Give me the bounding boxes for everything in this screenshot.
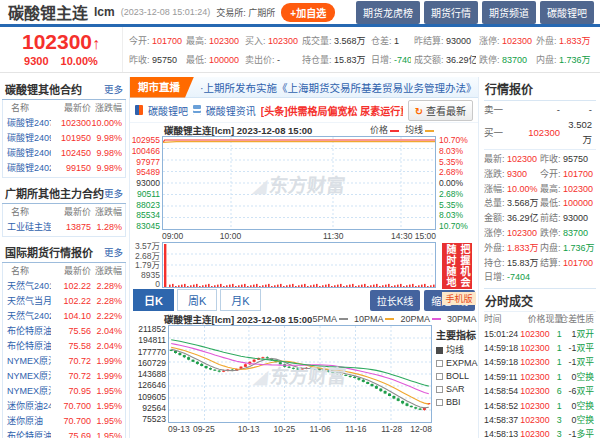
contract-row[interactable]: NYMEX原油240170.721.99%	[5, 354, 123, 369]
kline-zoom-button[interactable]: 拉长K线	[370, 290, 421, 311]
intraday-volume-plot[interactable]	[162, 242, 436, 288]
contract-row[interactable]: 迷你原油240170.7001.95%	[5, 399, 123, 414]
checkbox-icon[interactable]	[436, 399, 443, 406]
indicator-option[interactable]: SAR	[436, 383, 478, 396]
live-tab[interactable]: 期市直播	[130, 77, 194, 98]
quote-stat-cell: 最新: 102300	[484, 152, 540, 167]
contract-row[interactable]: NYMEX原油240270.951.95%	[5, 384, 123, 399]
top-headline[interactable]: [头条]供需格局偏宽松 尿素运行重心持稳	[261, 103, 403, 118]
stat-cell: 日增: -7404	[371, 51, 411, 70]
contract-row[interactable]: 碳酸锂240710230010.00%	[5, 116, 123, 131]
contract-row[interactable]: NYMEX原油70.721.99%	[5, 369, 123, 384]
more-link[interactable]: 更多	[104, 82, 123, 96]
quote-stat-cell: 前结: 93000	[540, 211, 596, 226]
kline-plot[interactable]: 东方财富	[168, 325, 432, 423]
contract-row[interactable]: 布伦特原油240375.691.95%	[5, 429, 123, 438]
tick-table-header: 时间 价格 现量 仓差 性质	[484, 312, 596, 326]
header-nav-button[interactable]: 期货频道	[482, 1, 536, 24]
kline-chart[interactable]: 碳酸锂主连[lcm] 2023-12-08 15:00 5PMA10PMA20P…	[130, 312, 478, 435]
checkbox-icon[interactable]	[436, 386, 443, 393]
kline-y-axis: 2118521948111777701607291436881266461096…	[130, 325, 168, 423]
indicator-option[interactable]: 均线	[436, 344, 478, 357]
add-watchlist-button[interactable]: +加自选	[281, 3, 335, 22]
header-nav-button[interactable]: 期货龙虎榜	[356, 1, 420, 24]
info-link[interactable]: 碳酸锂资讯	[206, 103, 256, 118]
header-nav-button[interactable]: 碳酸锂吧	[540, 1, 594, 24]
section-other-contracts: 碳酸锂其他合约 更多 名称最新价涨跌幅 碳酸锂240710230010.00%碳…	[2, 79, 126, 178]
checkbox-icon[interactable]	[436, 373, 443, 380]
forum-icon	[135, 105, 143, 115]
tick-row: 14:59:1110230010空换	[484, 370, 596, 384]
quote-stats: 今开: 101700最高: 102300买入: 102300成交量: 3.568…	[123, 29, 600, 70]
ad-slogan: 随时随地把握机会	[442, 243, 472, 289]
news-headline-link[interactable]: ·上期所发布实施《上海期货交易所基差贸易业务管理办法》	[200, 80, 477, 95]
contract-row[interactable]: 布伦特原油当…75.582.04%	[5, 339, 123, 354]
checkbox-icon[interactable]	[436, 360, 443, 367]
contract-row[interactable]: 天然气2402104.102.22%	[5, 309, 123, 324]
indicator-panel: 主要指标 均线EXPMABOLLSARBBI	[432, 325, 478, 423]
more-link[interactable]: 更多	[104, 186, 123, 200]
checkbox-icon[interactable]	[436, 347, 443, 354]
stat-cell: 外盘: 1.833万	[536, 32, 596, 51]
contract-row[interactable]: 布伦特原油240275.562.04%	[5, 324, 123, 339]
volume-y-axis: 3.57万2.68万1.79万89350	[130, 242, 162, 288]
kline-chart-title: 碳酸锂主连[lcm] 2023-12-08 15:00	[164, 312, 312, 326]
quote-stat-cell: 涨停: 102300	[484, 226, 540, 241]
tick-row: 15:01:2410230011双开	[484, 327, 596, 341]
tick-row: 14:58:3710230030空换	[484, 413, 596, 427]
quote-stat-cell: 最高: 102300	[540, 182, 596, 197]
quote-stat-cell: 跌停: 83700	[540, 226, 596, 241]
quote-stat-cell: 金额: 36.29亿	[484, 211, 540, 226]
section-title: 广期所其他主力合约	[5, 185, 104, 201]
sidebar: 碳酸锂其他合约 更多 名称最新价涨跌幅 碳酸锂240710230010.00%碳…	[0, 77, 130, 438]
ad-app-label: 手机版	[442, 292, 476, 305]
tick-row: 14:58:541023006-6双平	[484, 384, 596, 398]
live-news-bar: 期市直播 ·上期所发布实施《上海期货交易所基差贸易业务管理办法》	[130, 77, 478, 98]
indicator-option[interactable]: BBI	[436, 396, 478, 409]
stat-cell: 成交量: 3.568万	[302, 32, 368, 51]
price-change-pct: 10.00%	[61, 55, 98, 67]
up-arrow-icon: ↑	[92, 35, 100, 52]
contract-row[interactable]: 碳酸锂2402991509.98%	[5, 161, 123, 176]
kline-period-tab[interactable]: 日K	[133, 289, 174, 311]
indicator-option[interactable]: BOLL	[436, 370, 478, 383]
contract-row[interactable]: 天然气当月连续102.222.28%	[5, 294, 123, 309]
more-link[interactable]: 更多	[104, 245, 123, 259]
sub-bar: 碳酸锂吧 碳酸锂资讯 [头条]供需格局偏宽松 尿素运行重心持稳 ↻ 查看最新	[130, 98, 478, 123]
depth-row: 卖一--	[484, 102, 596, 117]
kline-period-tab[interactable]: 月K	[220, 289, 260, 311]
last-price-block: 102300↑ 930010.00%	[0, 27, 123, 72]
quote-stat-cell: 总量: 3.568万	[484, 196, 540, 211]
intraday-chart-title: 碳酸锂主连[lcm] 2023-12-08 15:00	[164, 123, 312, 137]
price-summary-bar: 102300↑ 930010.00% 今开: 101700最高: 102300买…	[0, 27, 600, 73]
quote-stat-cell: 结算: 101700	[540, 256, 596, 271]
page-title: 碳酸锂主连	[8, 0, 88, 24]
table-header: 名称最新价涨跌幅	[5, 264, 123, 279]
exchange-label: 交易所: 广期所	[216, 6, 275, 19]
stat-cell: 昨收: 95750	[129, 51, 183, 70]
kline-period-tab[interactable]: 周K	[177, 289, 217, 311]
intraday-y-axis-left: 1029551004669797795489930009051188023855…	[130, 136, 162, 230]
intraday-plot[interactable]: 东方财富	[162, 136, 436, 230]
quote-panel-title: 行情报价	[484, 78, 596, 101]
intraday-chart[interactable]: 碳酸锂主连[lcm] 2023-12-08 15:00 价格均线 1029551…	[130, 123, 478, 288]
contract-row[interactable]: 迷你原油70.7001.95%	[5, 414, 123, 429]
intraday-y-axis-right: 10.70%8.03%5.35%2.68%0.00%2.68%5.35%8.03…	[436, 136, 478, 230]
kline-legend: 5PMA10PMA20PMA30PMA	[312, 314, 478, 324]
indicator-option[interactable]: EXPMA	[436, 357, 478, 370]
header-nav-button[interactable]: 期货行情	[424, 1, 478, 24]
contract-row[interactable]: 工业硅主连138751.28%	[5, 220, 123, 235]
news-icon	[193, 105, 201, 115]
contract-row[interactable]: 天然气2401102.222.28%	[5, 279, 123, 294]
forum-link[interactable]: 碳酸锂吧	[148, 103, 188, 118]
refresh-icon: ↻	[415, 106, 423, 117]
mobile-app-ad[interactable]: 随时随地把握机会 手机版	[442, 243, 476, 305]
section-international: 国际期货行情报价 更多 名称最新价涨跌幅 天然气2401102.222.28%天…	[2, 242, 126, 438]
contract-row[interactable]: 碳酸锂24091019509.98%	[5, 131, 123, 146]
stat-cell: 成交额: 36.29亿	[414, 51, 476, 70]
table-header: 名称最新价涨跌幅	[5, 101, 123, 116]
quote-panel: 行情报价 卖一--买一1023003.502万 最新: 102300昨收: 95…	[478, 77, 600, 438]
quote-timestamp: (2023-12-08 15:01:24)	[121, 7, 211, 17]
view-latest-button[interactable]: ↻ 查看最新	[408, 100, 473, 121]
contract-row[interactable]: 碳酸锂24061024509.98%	[5, 146, 123, 161]
